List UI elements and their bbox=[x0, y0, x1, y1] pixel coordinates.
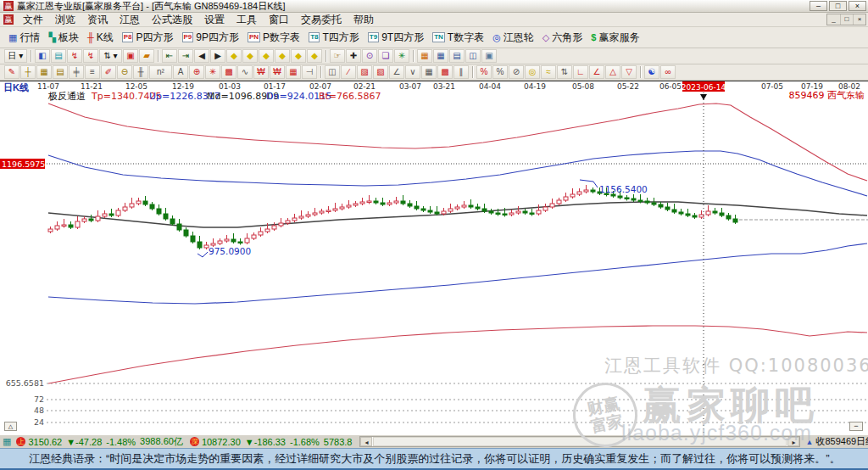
tri-up-icon[interactable]: △ bbox=[605, 65, 620, 79]
note-icon[interactable]: ❏ bbox=[378, 49, 393, 63]
expand-v-diamond-icon[interactable]: ◆ bbox=[291, 49, 306, 63]
赢家服务-button[interactable]: $赢家服务 bbox=[587, 29, 643, 47]
tri-down-icon[interactable]: ▽ bbox=[621, 65, 637, 79]
calculator-icon[interactable]: ▦ bbox=[433, 49, 448, 63]
golden-circle-icon[interactable]: ◎ bbox=[525, 65, 540, 79]
golden-line-icon[interactable]: ≈ bbox=[541, 65, 556, 79]
shade2-icon[interactable]: ▧ bbox=[373, 65, 388, 79]
parallel-icon[interactable]: ∥ bbox=[453, 65, 469, 79]
star-burst-icon[interactable]: ✳ bbox=[205, 65, 220, 79]
index-logo-icon[interactable]: 上 bbox=[16, 437, 25, 446]
calendar-icon[interactable]: ▦ bbox=[417, 49, 432, 63]
vee-icon[interactable]: ∨ bbox=[405, 65, 420, 79]
angle-icon[interactable]: ∠ bbox=[389, 65, 404, 79]
n-square-icon[interactable]: n² bbox=[149, 65, 172, 79]
level-lines-icon[interactable]: ╪ bbox=[69, 65, 84, 79]
scrollbar-thumb[interactable] bbox=[373, 437, 787, 446]
maximize-button[interactable]: □ bbox=[829, 1, 847, 11]
h-lines-icon[interactable]: ≡ bbox=[85, 65, 100, 79]
T数字表-button[interactable]: TNT数字表 bbox=[428, 29, 488, 47]
red-grid-icon[interactable]: ▩ bbox=[221, 65, 236, 79]
text-tool-icon[interactable]: A bbox=[173, 65, 188, 79]
swap-icon[interactable]: ⇅ bbox=[557, 65, 572, 79]
gann-box-icon[interactable]: ▦ bbox=[36, 65, 52, 79]
overlay-icon[interactable]: ▣ bbox=[123, 49, 138, 63]
box-select-icon[interactable]: ◫ bbox=[325, 65, 340, 79]
cart-icon[interactable]: ▣ bbox=[481, 49, 497, 63]
gann-fan-icon[interactable]: ₩ bbox=[253, 65, 269, 79]
板块-button[interactable]: ▚板块 bbox=[44, 29, 82, 47]
crosshair-icon[interactable]: ✚ bbox=[346, 49, 361, 63]
infinity-icon[interactable]: ∞ bbox=[660, 65, 676, 79]
P数字表-button[interactable]: PNP数字表 bbox=[243, 29, 304, 47]
menu-item-8[interactable]: 交易委托 bbox=[295, 12, 348, 28]
六角形-button[interactable]: ◇六角形 bbox=[538, 29, 587, 47]
scroll-right-button[interactable]: ▸ bbox=[787, 437, 799, 446]
trendline2-icon[interactable]: ↯ bbox=[83, 49, 98, 63]
close-button[interactable]: × bbox=[849, 1, 866, 11]
flower-icon[interactable]: ✳ bbox=[394, 49, 409, 63]
prev-icon[interactable]: ◀ bbox=[194, 49, 209, 63]
mdi-minimize-button[interactable]: _ bbox=[827, 14, 840, 25]
circle-tool-icon[interactable]: ⊖ bbox=[117, 65, 132, 79]
行情-button[interactable]: ▦行情 bbox=[4, 29, 44, 47]
mdi-restore-button[interactable]: □ bbox=[840, 14, 853, 25]
menu-item-6[interactable]: 工具 bbox=[231, 12, 263, 28]
menu-item-4[interactable]: 公式选股 bbox=[146, 12, 198, 28]
table-icon[interactable]: ▦ bbox=[421, 65, 437, 79]
hand-icon[interactable]: ☞ bbox=[330, 49, 345, 63]
shade-icon[interactable]: ▨ bbox=[357, 65, 372, 79]
magnifier-icon[interactable]: ⊙ bbox=[362, 49, 377, 63]
menu-item-0[interactable]: 文件 bbox=[17, 12, 49, 28]
first-page-icon[interactable]: ⇤ bbox=[162, 49, 177, 63]
scroll-left-button[interactable]: ◂ bbox=[360, 437, 372, 446]
T四方形-button[interactable]: T8T四方形 bbox=[304, 29, 364, 47]
pane-expand-button[interactable]: △ bbox=[4, 422, 17, 431]
minimize-button[interactable]: – bbox=[810, 1, 827, 11]
zoom-in-diamond-icon[interactable]: ◆ bbox=[242, 49, 258, 63]
menu-item-2[interactable]: 资讯 bbox=[81, 12, 114, 28]
shrink-h-diamond-icon[interactable]: ◆ bbox=[275, 49, 290, 63]
target-icon[interactable]: ⊕ bbox=[189, 65, 204, 79]
menu-item-3[interactable]: 江恩 bbox=[114, 12, 146, 28]
P四方形-button[interactable]: P8P四方形 bbox=[118, 29, 178, 47]
last-page-icon[interactable]: ⇥ bbox=[178, 49, 193, 63]
yinyang-icon[interactable]: ☯ bbox=[644, 65, 659, 79]
next-icon[interactable]: ▶ bbox=[210, 49, 225, 63]
price-grid-icon[interactable]: ▦ bbox=[286, 65, 301, 79]
quote-grid-icon[interactable]: ▦ bbox=[3, 436, 11, 447]
menu-item-9[interactable]: 帮助 bbox=[348, 12, 380, 28]
menu-item-7[interactable]: 窗口 bbox=[263, 12, 295, 28]
kline-chart[interactable]: 江恩工具软件 QQ:10080036011-0711-2112-0512-190… bbox=[0, 81, 868, 434]
shrink-v-diamond-icon[interactable]: ◆ bbox=[307, 49, 322, 63]
table2-icon[interactable]: ▩ bbox=[437, 65, 453, 79]
wave-icon[interactable]: ∿ bbox=[237, 65, 253, 79]
percent-cut-icon[interactable]: % bbox=[476, 65, 492, 79]
bars-icon[interactable]: ⊣ bbox=[302, 65, 317, 79]
pencil-icon[interactable]: ✎ bbox=[4, 65, 19, 79]
江恩轮-button[interactable]: ◎江恩轮 bbox=[488, 29, 538, 47]
gann-box2-icon[interactable]: ▤ bbox=[53, 65, 68, 79]
hatch-icon[interactable]: ╫ bbox=[133, 65, 148, 79]
menu-item-5[interactable]: 设置 bbox=[198, 12, 231, 28]
save-icon[interactable]: ◫ bbox=[465, 49, 481, 63]
K线-button[interactable]: ╫K线 bbox=[83, 29, 118, 47]
marker-pen-icon[interactable]: ✐ bbox=[101, 65, 116, 79]
right-angle-icon[interactable]: ∟ bbox=[573, 65, 588, 79]
trendline-icon[interactable]: ↯ bbox=[67, 49, 82, 63]
mdi-close-button[interactable]: × bbox=[853, 14, 865, 25]
9P四方形-button[interactable]: P99P四方形 bbox=[178, 29, 243, 47]
flag-icon[interactable]: ▰ bbox=[139, 49, 154, 63]
window-icon[interactable]: ◧ bbox=[35, 49, 50, 63]
gann-grid-icon[interactable]: ┼ bbox=[20, 65, 36, 79]
percent-circle-icon[interactable]: ⊘ bbox=[509, 65, 524, 79]
expand-h-diamond-icon[interactable]: ◆ bbox=[259, 49, 274, 63]
index-logo-icon[interactable]: 深 bbox=[190, 437, 199, 446]
chart-scrollbar[interactable]: ◂ ▸ bbox=[359, 436, 800, 447]
notebook-icon[interactable]: ▤ bbox=[449, 49, 465, 63]
percent-icon[interactable]: % bbox=[492, 65, 508, 79]
candle-style-dropdown[interactable]: ⇅ ▾ bbox=[99, 49, 122, 63]
list-icon[interactable]: ▤ bbox=[51, 49, 66, 63]
period-day-dropdown[interactable]: 日 ▾ bbox=[4, 49, 27, 63]
9T四方形-button[interactable]: T99T四方形 bbox=[364, 29, 428, 47]
